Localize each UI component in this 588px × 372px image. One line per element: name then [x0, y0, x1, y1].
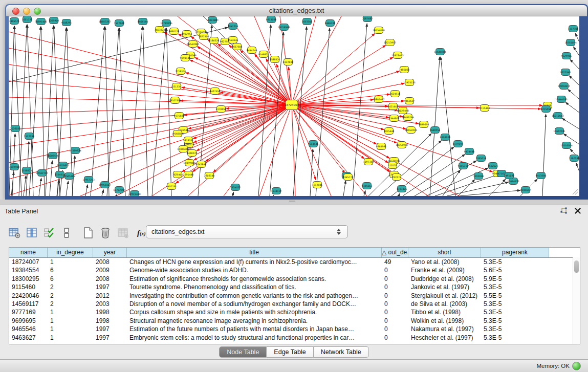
graph-node[interactable]: 12444193	[555, 96, 567, 103]
graph-node[interactable]: 7663822	[155, 27, 165, 33]
import-table-icon[interactable]	[116, 226, 130, 240]
graph-node[interactable]: 6179197	[453, 141, 464, 147]
graph-node[interactable]: 3624514	[390, 91, 401, 97]
graph-node[interactable]: 9245652	[520, 187, 531, 193]
graph-node[interactable]: 8427552	[210, 88, 221, 95]
column-header-name[interactable]: name	[9, 248, 48, 257]
graph-node[interactable]: 10719155	[160, 20, 172, 27]
graph-node[interactable]: 7532621	[488, 163, 498, 169]
graph-node[interactable]: 9890146	[180, 55, 191, 61]
graph-node[interactable]: 2087682	[362, 16, 373, 22]
graph-node[interactable]: 12505185	[63, 173, 75, 180]
table-row[interactable]: 1456911722003Disruption of a novel membe…	[9, 300, 580, 308]
graph-node[interactable]: 12213957	[384, 39, 396, 46]
graph-node[interactable]: 8660128	[169, 28, 180, 35]
graph-node[interactable]: 15751074	[564, 39, 576, 46]
graph-node[interactable]: 1117304	[568, 26, 579, 32]
graph-node[interactable]: 30691406	[35, 18, 47, 25]
graph-node[interactable]: 9242848	[196, 161, 207, 168]
graph-node[interactable]: 16099488	[183, 160, 195, 166]
graph-node[interactable]: 1640954	[430, 127, 441, 134]
new-column-icon[interactable]	[81, 226, 95, 240]
panel-split-divider[interactable]	[0, 200, 588, 205]
graph-node[interactable]: 16543982	[187, 41, 199, 48]
graph-node[interactable]: 9457791	[166, 183, 177, 190]
table-row[interactable]: 1938455462009Genome-wide association stu…	[9, 266, 580, 274]
column-header-pagerank[interactable]: pagerank	[481, 248, 549, 257]
graph-node[interactable]: 12093872	[558, 83, 570, 90]
graph-node[interactable]: 16782759	[113, 187, 125, 193]
graph-node[interactable]: 12923448	[128, 191, 140, 196]
function-builder-icon[interactable]: f(x)	[137, 229, 146, 237]
table-row[interactable]: 977716911998Corpus callosum shape and si…	[9, 308, 580, 316]
graph-node[interactable]: 7625402	[172, 171, 183, 178]
table-row[interactable]: 1830029562008Estimation of significance …	[9, 275, 580, 283]
graph-node[interactable]: 2935114	[476, 155, 487, 162]
network-canvas[interactable]: 3405571165172230691406126590891082911065…	[9, 16, 579, 196]
graph-node[interactable]: 13654923	[405, 127, 417, 134]
graph-node[interactable]: 1691448	[183, 171, 194, 178]
graph-node[interactable]: 1651722	[22, 16, 33, 23]
graph-node[interactable]: 1588520	[270, 56, 280, 63]
graph-node[interactable]: 7491022	[504, 172, 515, 179]
graph-node[interactable]: 18495764	[402, 114, 413, 121]
graph-node[interactable]: 16648784	[434, 49, 446, 55]
graph-node[interactable]: 19218506	[278, 24, 290, 31]
graph-node[interactable]: 1653305	[302, 18, 313, 25]
graph-node[interactable]: 1512394	[24, 133, 35, 140]
tab-network-table[interactable]: Network Table	[314, 346, 369, 358]
close-panel-icon[interactable]	[575, 208, 581, 214]
table-vertical-scrollbar[interactable]	[573, 257, 580, 344]
tab-node-table[interactable]: Node Table	[219, 346, 267, 358]
graph-node[interactable]: 2803144	[204, 172, 215, 179]
graph-node[interactable]: 8466199	[325, 20, 336, 27]
graph-node[interactable]: 3405571	[9, 18, 20, 25]
graph-hub-node[interactable]: 18724007	[285, 100, 299, 110]
graph-node[interactable]: 1167533	[569, 155, 579, 162]
graph-node[interactable]: 30975857	[57, 162, 69, 169]
graph-node[interactable]: 115132	[388, 162, 397, 169]
graph-node[interactable]: 8912954	[182, 31, 192, 37]
column-header-title[interactable]: title	[127, 248, 382, 257]
graph-node[interactable]: 1544902	[389, 115, 400, 122]
graph-node[interactable]: 9345773	[343, 174, 354, 181]
graph-node[interactable]: 9175685	[174, 113, 185, 119]
column-header-in_degree[interactable]: in_degree	[48, 248, 93, 257]
graph-node[interactable]: 1733426	[397, 186, 407, 192]
graph-node[interactable]: 4170051	[216, 106, 227, 113]
graph-node[interactable]: 17957253	[82, 177, 94, 183]
table-row[interactable]: 969969511998Structural magnetic resonanc…	[9, 317, 580, 325]
graph-node[interactable]: 1512845	[312, 182, 323, 188]
column-header-year[interactable]: year	[93, 248, 127, 257]
graph-node[interactable]: 16033809	[206, 17, 218, 24]
graph-node[interactable]: 1634119	[271, 188, 282, 194]
column-header-out_de[interactable]: △ out_de…	[382, 248, 408, 257]
graph-node[interactable]: 10025488	[397, 107, 408, 114]
graph-node[interactable]: 1527602	[114, 20, 125, 27]
graph-node[interactable]: 18107554	[169, 97, 181, 104]
graph-node[interactable]: 8938928	[440, 134, 451, 141]
graph-node[interactable]: 2026055	[10, 125, 21, 132]
graph-node[interactable]: 7524022	[230, 184, 241, 191]
graph-node[interactable]: 9146821	[258, 51, 269, 58]
graph-node[interactable]: 9498222	[187, 150, 198, 157]
graph-node[interactable]: 1514545	[308, 141, 319, 147]
graph-node[interactable]: 8215958	[541, 106, 552, 113]
graph-node[interactable]: 9227343	[560, 69, 571, 76]
graph-node[interactable]: 8813054	[266, 16, 277, 23]
graph-node[interactable]: 8454749	[247, 47, 257, 54]
graph-node[interactable]: 62160	[389, 103, 398, 110]
graph-node[interactable]: 9474444	[464, 148, 475, 155]
select-column-icon[interactable]	[25, 226, 39, 240]
graph-node[interactable]: 9108291	[61, 19, 72, 26]
graph-node[interactable]: 17359924	[69, 147, 81, 154]
column-header-short[interactable]: short	[408, 248, 481, 257]
scrollbar-thumb[interactable]	[574, 260, 579, 273]
table-row[interactable]: 2242004622012Investigating the contribut…	[9, 292, 580, 300]
float-panel-icon[interactable]	[560, 207, 568, 214]
graph-node[interactable]: 7957224	[228, 23, 238, 30]
graph-node[interactable]: 252274	[392, 174, 401, 181]
delete-column-icon[interactable]	[98, 226, 113, 240]
memory-ok-led-icon[interactable]	[572, 362, 581, 370]
graph-node[interactable]: 8965991	[376, 143, 387, 150]
